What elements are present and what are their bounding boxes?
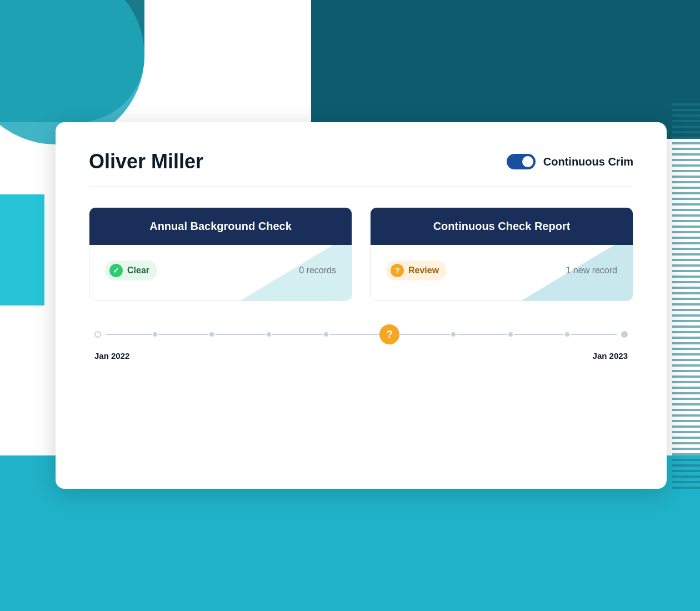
annual-check-title: Annual Background Check	[149, 220, 292, 232]
annual-records-count: 0 records	[299, 266, 336, 276]
timeline-labels: Jan 2022 Jan 2023	[94, 351, 628, 360]
main-card: Oliver Miller Continuous Crim Annual Bac…	[56, 122, 667, 489]
timeline-section: ? Jan 2022 Jan 2023	[89, 323, 633, 360]
clear-label: Clear	[127, 266, 149, 276]
continuous-check-title: Continuous Check Report	[433, 220, 571, 232]
clear-status-badge: ✓ Clear	[105, 261, 157, 281]
toggle-thumb	[522, 156, 533, 167]
timeline-dot-7	[450, 331, 457, 338]
timeline-container: ?	[94, 323, 628, 345]
timeline-end-label: Jan 2023	[593, 351, 628, 360]
clear-icon: ✓	[109, 264, 123, 277]
person-name: Oliver Miller	[89, 150, 203, 173]
timeline-dots: ?	[94, 324, 628, 344]
timeline-dot-9	[564, 331, 571, 338]
continuous-records-count: 1 new record	[566, 266, 618, 276]
continuous-crim-toggle[interactable]	[507, 154, 536, 169]
timeline-start-label: Jan 2022	[94, 351, 129, 360]
bg-dark-teal	[311, 0, 700, 139]
annual-check-header: Annual Background Check	[89, 208, 352, 245]
review-label: Review	[408, 266, 439, 276]
annual-check-card[interactable]: Annual Background Check ✓ Clear 0 record…	[89, 207, 352, 301]
continuous-check-body: ? Review 1 new record	[371, 245, 633, 301]
review-status-badge: ? Review	[386, 261, 447, 281]
card-header: Oliver Miller Continuous Crim	[89, 150, 633, 173]
check-cards-row: Annual Background Check ✓ Clear 0 record…	[89, 207, 633, 301]
continuous-check-header: Continuous Check Report	[371, 208, 633, 245]
review-icon: ?	[391, 264, 404, 277]
timeline-dot-5	[323, 331, 329, 338]
header-divider	[89, 187, 633, 187]
timeline-dot-8	[507, 331, 514, 338]
bg-left-strip	[0, 194, 44, 306]
annual-check-body: ✓ Clear 0 records	[89, 245, 352, 301]
timeline-dot-2	[152, 331, 158, 338]
timeline-dot-3	[208, 331, 215, 338]
timeline-dot-1	[94, 331, 101, 338]
toggle-section: Continuous Crim	[507, 154, 633, 169]
toggle-label: Continuous Crim	[543, 156, 633, 168]
timeline-dot-end	[621, 331, 628, 338]
continuous-check-card[interactable]: Continuous Check Report ? Review 1 new r…	[370, 207, 633, 301]
timeline-dot-4	[266, 331, 272, 338]
timeline-review-dot[interactable]: ?	[379, 324, 399, 344]
bg-squiggle	[672, 100, 700, 489]
